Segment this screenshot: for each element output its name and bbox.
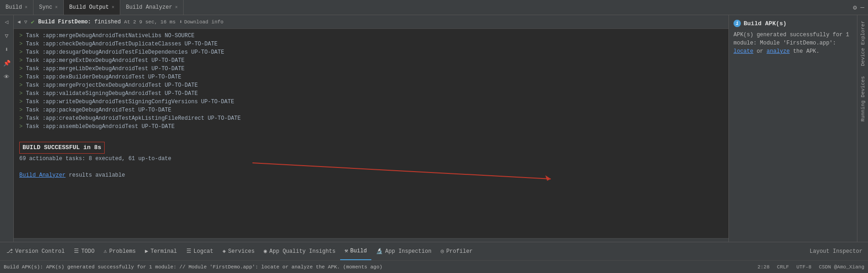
- status-line-ending: CRLF: [777, 264, 789, 270]
- bottom-bar: ⎇ Version Control ☰ TODO ⚠ Problems ▶ Te…: [0, 242, 868, 260]
- notification-title-text: Build APK(s): [744, 20, 787, 27]
- notification-body: APK(s) generated successfully for 1 modu…: [734, 31, 852, 56]
- expand-chevron-2[interactable]: ▽: [24, 19, 28, 25]
- services-label: Services: [228, 248, 255, 255]
- tab-sync-close[interactable]: ×: [55, 5, 58, 10]
- expand-chevron[interactable]: ◀: [17, 19, 21, 25]
- horizontal-scrollbar[interactable]: [14, 238, 728, 242]
- services-icon: ◈: [223, 248, 226, 255]
- app-inspection-icon: 🔬: [376, 248, 383, 255]
- console-line-2: > Task :app:checkDebugAndroidTestDuplica…: [19, 40, 723, 48]
- build-state: finished: [95, 19, 121, 25]
- build-status-text: Build FirstDemo: finished At 2 9 sec, 16…: [38, 19, 175, 25]
- notification-panel: i Build APK(s) APK(s) generated successf…: [728, 15, 857, 242]
- build-success-box: BUILD SUCCESSFUL in 8s: [19, 142, 105, 154]
- sidebar-back-icon[interactable]: ◁: [2, 17, 12, 27]
- app-quality-icon: ◉: [264, 248, 267, 255]
- minimize-icon[interactable]: —: [861, 4, 864, 11]
- console-line-5: > Task :app:mergeLibDexDebugAndroidTest …: [19, 65, 723, 73]
- notification-title: i Build APK(s): [734, 20, 852, 27]
- tab-build-output-close[interactable]: ×: [112, 5, 114, 10]
- bottom-tab-logcat[interactable]: ☰ Logcat: [182, 242, 218, 260]
- console-line-8: > Task :app:validateSigningDebugAndroidT…: [19, 89, 723, 98]
- bottom-tab-app-inspection[interactable]: 🔬 App Inspection: [371, 242, 436, 260]
- sidebar-pin-icon[interactable]: 📌: [2, 58, 12, 68]
- device-explorer-label[interactable]: Device Explorer: [860, 17, 866, 70]
- terminal-icon: ▶: [145, 248, 148, 255]
- console-line-3: > Task :app:desugarDebugAndroidTestFileD…: [19, 48, 723, 56]
- terminal-label: Terminal: [151, 248, 177, 255]
- status-encoding: UTF-8: [796, 264, 812, 270]
- profiler-icon: ◎: [441, 248, 444, 255]
- logcat-label: Logcat: [194, 248, 213, 255]
- todo-icon: ☰: [74, 248, 79, 255]
- tab-build-close[interactable]: ×: [25, 5, 28, 10]
- download-info-label: Download info: [184, 19, 224, 25]
- problems-label: Problems: [109, 248, 136, 255]
- logcat-icon: ☰: [186, 248, 191, 255]
- info-icon: i: [734, 20, 741, 27]
- console-line-6: > Task :app:dexBuilderDebugAndroidTest U…: [19, 73, 723, 81]
- bottom-tab-version-control[interactable]: ⎇ Version Control: [2, 242, 69, 260]
- bottom-tab-problems[interactable]: ⚠ Problems: [99, 242, 140, 260]
- analyze-link[interactable]: analyze: [767, 48, 790, 55]
- left-sidebar: ◁ ▽ ⬇ 📌 👁: [0, 15, 14, 242]
- success-check-icon: ✔: [31, 18, 34, 26]
- download-info[interactable]: ⬇ Download info: [179, 19, 224, 25]
- tab-bar: Build × Sync × Build Output × Build Anal…: [0, 0, 868, 15]
- build-status-row: ◀ ▽ ✔ Build FirstDemo: finished At 2 9 s…: [14, 15, 728, 29]
- locate-link[interactable]: locate: [734, 48, 753, 55]
- running-devices-label[interactable]: Running Devices: [860, 72, 866, 125]
- tab-build-label: Build: [6, 4, 22, 11]
- build-analyzer-line: Build Analyzer results available: [19, 171, 723, 179]
- status-attribution: CSDN @Amo_Xiang: [819, 264, 864, 270]
- console-line-10: > Task :app:packageDebugAndroidTest UP-T…: [19, 106, 723, 114]
- build-tab-label: Build: [350, 248, 367, 254]
- status-message: Build APK(s): APK(s) generated successfu…: [4, 264, 754, 270]
- status-bar: Build APK(s): APK(s) generated successfu…: [0, 260, 868, 273]
- console-line-12: > Task :app:assembleDebugAndroidTest UP-…: [19, 123, 723, 131]
- sidebar-forward-icon[interactable]: ▽: [2, 31, 12, 41]
- download-icon: ⬇: [179, 19, 183, 25]
- bottom-bar-right: Layout Inspector: [810, 248, 866, 255]
- version-control-icon: ⎇: [6, 248, 13, 255]
- tab-build-output[interactable]: Build Output ×: [64, 0, 120, 15]
- profiler-label: Profiler: [446, 248, 473, 255]
- bottom-tab-build[interactable]: ⚒ Build: [340, 242, 371, 260]
- actionable-line: 69 actionable tasks: 8 executed, 61 up-t…: [19, 155, 723, 163]
- tab-build[interactable]: Build ×: [0, 0, 34, 15]
- version-control-label: Version Control: [15, 248, 65, 255]
- sidebar-eye-icon[interactable]: 👁: [2, 72, 12, 82]
- tab-sync[interactable]: Sync ×: [34, 0, 64, 15]
- status-bar-right: 2:28 CRLF UTF-8 CSDN @Amo_Xiang: [757, 264, 864, 270]
- console-line-4: > Task :app:mergeExtDexDebugAndroidTest …: [19, 56, 723, 65]
- settings-icon[interactable]: ⚙: [853, 4, 857, 11]
- results-available-text: results available: [66, 172, 125, 178]
- tab-build-analyzer[interactable]: Build Analyzer ×: [120, 0, 184, 15]
- console-line-7: > Task :app:mergeProjectDexDebugAndroidT…: [19, 81, 723, 89]
- tab-build-analyzer-label: Build Analyzer: [126, 4, 172, 11]
- tab-build-analyzer-close[interactable]: ×: [175, 5, 178, 10]
- right-sidebar: Device Explorer Running Devices: [857, 15, 868, 242]
- bottom-tab-terminal[interactable]: ▶ Terminal: [140, 242, 182, 260]
- build-panel: ◀ ▽ ✔ Build FirstDemo: finished At 2 9 s…: [14, 15, 728, 242]
- bottom-tab-services[interactable]: ◈ Services: [218, 242, 259, 260]
- build-project-name: Build FirstDemo:: [38, 19, 91, 25]
- bottom-tab-todo[interactable]: ☰ TODO: [69, 242, 99, 260]
- bottom-tab-profiler[interactable]: ◎ Profiler: [436, 242, 477, 260]
- app-inspection-label: App Inspection: [385, 248, 431, 255]
- status-time: 2:28: [757, 264, 769, 270]
- sidebar-download-icon[interactable]: ⬇: [2, 45, 12, 55]
- layout-inspector-label[interactable]: Layout Inspector: [810, 248, 862, 255]
- tab-bar-left: Build × Sync × Build Output × Build Anal…: [0, 0, 853, 15]
- problems-icon: ⚠: [104, 248, 107, 255]
- build-time: At 2 9 sec, 16 ms: [124, 19, 175, 25]
- console-output: > Task :app:mergeDebugAndroidTestNativeL…: [14, 29, 728, 238]
- tab-build-output-label: Build Output: [69, 4, 109, 11]
- build-analyzer-link[interactable]: Build Analyzer: [19, 172, 66, 178]
- console-line-9: > Task :app:writeDebugAndroidTestSigning…: [19, 98, 723, 106]
- bottom-tab-app-quality[interactable]: ◉ App Quality Insights: [259, 242, 340, 260]
- build-tab-icon: ⚒: [345, 247, 348, 254]
- main-area: ◁ ▽ ⬇ 📌 👁 ◀ ▽ ✔ Build FirstDemo: finishe…: [0, 15, 868, 242]
- tab-bar-right: ⚙ —: [853, 4, 868, 11]
